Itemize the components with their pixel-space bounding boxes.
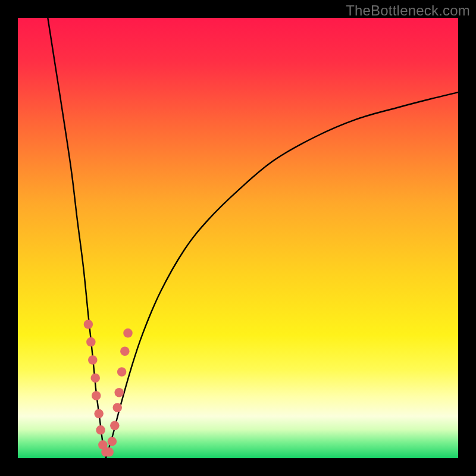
marker-dot bbox=[112, 403, 122, 412]
marker-dot bbox=[104, 447, 114, 457]
watermark-text: TheBottleneck.com bbox=[346, 2, 470, 19]
marker-dot bbox=[84, 320, 93, 329]
marker-dot bbox=[96, 425, 105, 435]
curve-right-branch bbox=[106, 92, 458, 458]
marker-dot bbox=[88, 355, 98, 365]
marker-dot bbox=[114, 388, 124, 397]
marker-dot bbox=[120, 346, 130, 356]
plot-area bbox=[18, 18, 458, 458]
marker-dot bbox=[92, 391, 101, 400]
marker-dot bbox=[123, 328, 133, 338]
marker-dot bbox=[110, 421, 120, 430]
marker-dot bbox=[86, 337, 96, 347]
curve-overlay bbox=[18, 18, 458, 458]
marker-dot bbox=[94, 409, 104, 418]
marker-dot bbox=[117, 367, 127, 377]
marker-dot bbox=[90, 374, 100, 383]
marker-dot bbox=[108, 437, 117, 446]
chart-frame: TheBottleneck.com bbox=[0, 0, 476, 476]
